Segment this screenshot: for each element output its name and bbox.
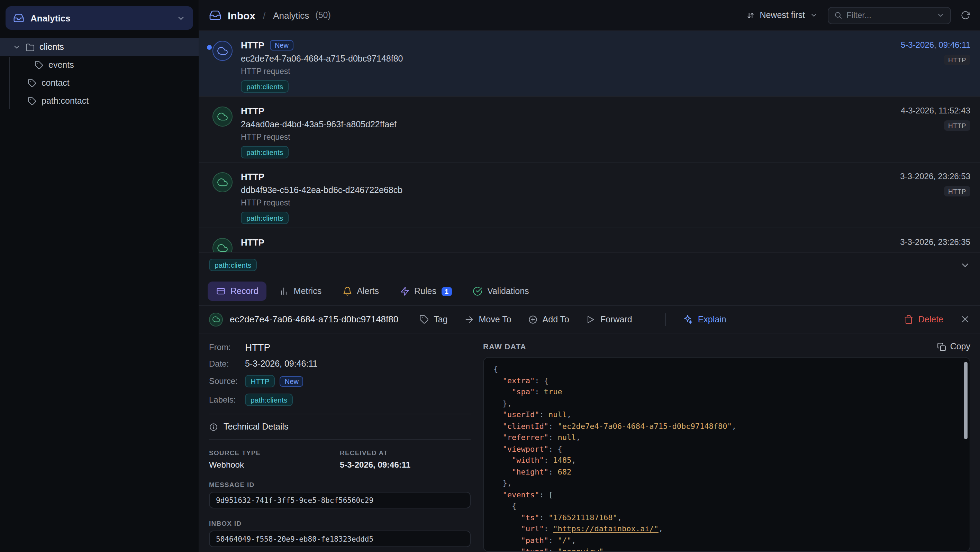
source-label: Source: bbox=[209, 376, 245, 386]
code-token bbox=[493, 513, 521, 522]
sidebar-item-clients[interactable]: clients bbox=[0, 38, 199, 56]
code-token: "url" bbox=[521, 524, 544, 533]
sidebar-item-path-contact[interactable]: path:contact bbox=[0, 92, 199, 110]
forward-button[interactable]: Forward bbox=[586, 314, 632, 324]
message-date: 5-3-2026, 09:46:11 bbox=[901, 40, 970, 50]
filter-input[interactable] bbox=[846, 10, 932, 20]
action-label: Tag bbox=[434, 314, 447, 324]
code-token: , bbox=[571, 456, 576, 465]
raw-data-title: RAW DATA bbox=[483, 343, 527, 351]
code-token: "spa" bbox=[512, 387, 535, 397]
label-chip[interactable]: path:clients bbox=[241, 80, 289, 93]
technical-details-title: Technical Details bbox=[224, 422, 289, 431]
tab-rules[interactable]: Rules 1 bbox=[391, 282, 460, 301]
code-token: , bbox=[732, 422, 737, 431]
cloud-icon bbox=[217, 46, 228, 56]
main-area: Inbox / Analytics (50) Newest first bbox=[199, 0, 980, 552]
label-chip[interactable]: path:clients bbox=[209, 259, 257, 271]
code-token bbox=[493, 456, 512, 465]
code-token: "events" bbox=[503, 490, 539, 499]
code-token bbox=[493, 536, 521, 545]
move-to-button[interactable]: Move To bbox=[465, 314, 511, 324]
label-chip[interactable]: path:clients bbox=[241, 146, 289, 159]
code-token: , bbox=[571, 536, 576, 545]
message-row-4[interactable]: HTTP 3-3-2026, 23:26:35 bbox=[199, 228, 980, 252]
message-row-3[interactable]: HTTP ddb4f93e-c516-42ea-bd6c-d246722e68c… bbox=[199, 163, 980, 228]
labels-label: Labels: bbox=[209, 395, 245, 404]
code-token bbox=[493, 524, 521, 533]
record-actions: Tag Move To Add To Forward bbox=[419, 313, 726, 325]
code-token: "/" bbox=[558, 536, 572, 545]
code-line: "clientId": "ec2de7e4-7a06-4684-a715-d0b… bbox=[493, 421, 960, 432]
close-detail-button[interactable] bbox=[960, 314, 970, 324]
topbar: Inbox / Analytics (50) Newest first bbox=[199, 0, 980, 31]
refresh-icon[interactable] bbox=[961, 10, 970, 20]
detail-tabs: Record Metrics Alerts Rules 1 Vali bbox=[199, 278, 980, 305]
message-id-field[interactable]: 9d951632-741f-3ff5-9ce5-8bcf56560c29 bbox=[209, 492, 471, 508]
tag-icon bbox=[35, 60, 44, 70]
tab-record[interactable]: Record bbox=[208, 282, 267, 301]
add-to-button[interactable]: Add To bbox=[528, 314, 569, 324]
type-badge: HTTP bbox=[944, 186, 970, 197]
message-list: HTTP New ec2de7e4-7a06-4684-a715-d0bc971… bbox=[199, 31, 980, 252]
code-link[interactable]: "https://datainbox.ai/" bbox=[553, 524, 659, 533]
source-chip[interactable]: HTTP bbox=[245, 375, 275, 387]
scrollbar-thumb[interactable] bbox=[964, 362, 967, 439]
raw-json-code: { "extra": { "spa": true }, "userId": nu… bbox=[483, 357, 970, 552]
tree-item-label: path:contact bbox=[41, 96, 89, 106]
inbox-id-section: INBOX ID 50464049-f558-20e9-eb80-fe18323… bbox=[209, 519, 471, 547]
code-token: true bbox=[544, 387, 562, 397]
message-row-1[interactable]: HTTP New ec2de7e4-7a06-4684-a715-d0bc971… bbox=[199, 31, 980, 97]
tab-validations[interactable]: Validations bbox=[465, 282, 537, 301]
collapse-panel-icon[interactable] bbox=[960, 260, 970, 270]
tab-metrics[interactable]: Metrics bbox=[271, 282, 330, 301]
from-value: HTTP bbox=[245, 342, 270, 353]
explain-button[interactable]: Explain bbox=[683, 314, 726, 324]
chevron-down-icon bbox=[810, 11, 818, 19]
tab-alerts[interactable]: Alerts bbox=[334, 282, 387, 301]
copy-button[interactable]: Copy bbox=[937, 342, 970, 351]
breadcrumb-section[interactable]: Analytics bbox=[273, 10, 309, 21]
tree-item-label: clients bbox=[40, 42, 64, 52]
code-token: null bbox=[557, 433, 576, 442]
sidebar: Analytics clients events contact path:co… bbox=[0, 0, 199, 552]
code-token: : bbox=[544, 456, 553, 465]
message-subtitle: HTTP request bbox=[241, 67, 970, 75]
sidebar-tree: clients events contact path:contact bbox=[0, 38, 199, 110]
info-icon bbox=[209, 422, 218, 431]
sort-dropdown[interactable]: Newest first bbox=[746, 10, 818, 20]
tag-icon bbox=[419, 314, 429, 324]
message-avatar bbox=[212, 106, 232, 127]
sidebar-item-contact[interactable]: contact bbox=[0, 74, 199, 92]
label-chip[interactable]: path:clients bbox=[241, 212, 289, 224]
code-line: "viewport": { bbox=[493, 444, 960, 455]
code-token: : { bbox=[535, 376, 549, 385]
code-token: : { bbox=[549, 444, 562, 454]
trash-icon bbox=[904, 314, 913, 324]
bar-chart-icon bbox=[279, 286, 289, 296]
copy-label: Copy bbox=[950, 342, 970, 351]
message-id-label: MESSAGE ID bbox=[209, 481, 471, 489]
sidebar-item-events[interactable]: events bbox=[0, 56, 199, 74]
action-label: Add To bbox=[542, 314, 569, 324]
message-count: (50) bbox=[315, 10, 331, 20]
workspace-switcher[interactable]: Analytics bbox=[6, 6, 193, 30]
tag-button[interactable]: Tag bbox=[419, 314, 447, 324]
tag-icon bbox=[28, 97, 37, 105]
action-label: Forward bbox=[600, 314, 632, 324]
inbox-icon bbox=[209, 9, 221, 21]
meta-column: From: HTTP Date: 5-3-2026, 09:46:11 Sour… bbox=[209, 342, 483, 552]
action-label: Explain bbox=[698, 314, 726, 324]
code-line: "type": "pageview", bbox=[493, 546, 960, 552]
raw-data-column: RAW DATA Copy { "extra": { "spa": true }… bbox=[483, 342, 970, 552]
code-line: "spa": true bbox=[493, 387, 960, 398]
label-chip[interactable]: path:clients bbox=[245, 393, 293, 406]
delete-button[interactable]: Delete bbox=[904, 314, 943, 324]
message-title: HTTP bbox=[241, 106, 264, 116]
search-icon bbox=[834, 11, 842, 19]
code-token: : bbox=[549, 536, 558, 545]
message-row-2[interactable]: HTTP 2a4ad0ae-d4bd-43a5-963f-a805d22ffae… bbox=[199, 97, 980, 163]
inbox-id-field[interactable]: 50464049-f558-20e9-eb80-fe18323eddd5 bbox=[209, 531, 471, 547]
tab-label: Record bbox=[231, 286, 258, 296]
tree-item-label: events bbox=[48, 60, 74, 70]
